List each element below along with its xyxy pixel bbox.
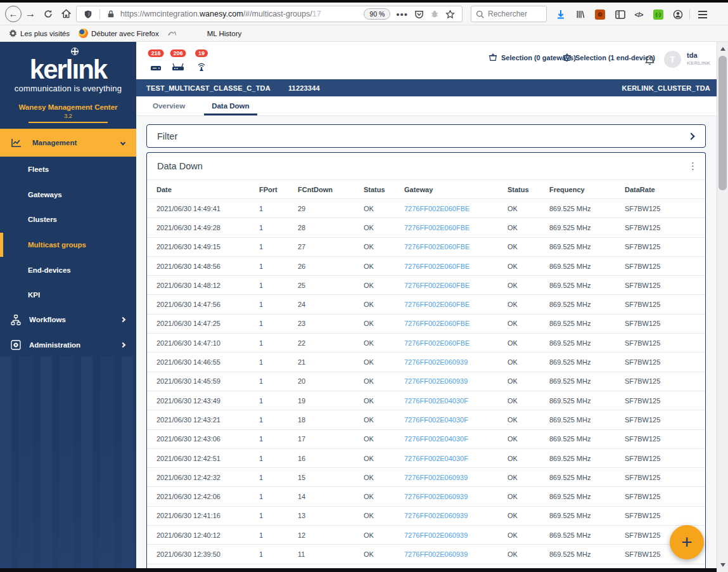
table-row[interactable]: 2021/06/30 14:48:12125OK7276FF002E060FBE… [147, 275, 705, 294]
bookmark-doodle[interactable] [168, 30, 177, 37]
sidebar-item-multicast-groups[interactable]: Multicast groups [0, 232, 136, 257]
orange-extension-icon[interactable]: ⚙ [593, 8, 607, 20]
filter-panel[interactable]: Filter [146, 124, 706, 148]
bookmark-most-visited[interactable]: Les plus visités [9, 29, 70, 37]
table-row[interactable]: 2021/06/30 12:42:32115OK7276FF002E060939… [147, 467, 705, 486]
gateway-link[interactable]: 7276FF002E04030F [404, 435, 508, 443]
downloads-icon[interactable] [554, 8, 568, 20]
page-actions-icon[interactable]: ••• [396, 9, 408, 20]
gateway-link[interactable]: 7276FF002E060FBE [404, 224, 508, 231]
gateway-link[interactable]: 7276FF002E04030F [404, 416, 508, 424]
developer-tools-icon[interactable]: </> [632, 8, 646, 20]
sidebar-item-gateways[interactable]: Gateways [0, 182, 136, 207]
user-info[interactable]: tda KERLINK [687, 51, 711, 66]
library-icon[interactable] [573, 8, 587, 20]
table-row[interactable]: 2021/06/30 12:39:50111OK7276FF002E060939… [147, 544, 705, 563]
bookmark-ml-history[interactable]: ML History [207, 30, 242, 37]
disabled-extension-icon[interactable] [430, 10, 439, 18]
gateway-link[interactable]: 7276FF002E060939 [404, 358, 508, 366]
table-row[interactable]: 2021/06/30 12:40:12112OK7276FF002E060939… [147, 525, 705, 544]
pocket-icon[interactable] [414, 10, 424, 19]
table-cell: 869.525 MHz [549, 339, 625, 347]
table-row[interactable]: 2021/06/30 14:45:59120OK7276FF002E060939… [147, 372, 705, 391]
gateway-link[interactable]: 7276FF002E060FBE [404, 243, 508, 250]
table-row[interactable]: 2021/06/30 12:39:28110OK7276FF002E060939… [147, 564, 705, 568]
table-cell: 22 [298, 339, 364, 347]
table-row[interactable]: 2021/06/30 14:48:56126OK7276FF002E060FBE… [147, 256, 705, 275]
count-badge: 216 [148, 49, 163, 57]
tab-data-down[interactable]: Data Down [204, 96, 257, 115]
sidebar-item-fleets[interactable]: Fleets [0, 157, 136, 182]
table-row[interactable]: 2021/06/30 14:47:10122OK7276FF002E060FBE… [147, 333, 705, 352]
gateway-link[interactable]: 7276FF002E060939 [404, 474, 508, 481]
page-scrollbar[interactable] [717, 42, 728, 572]
tab-overview[interactable]: Overview [145, 96, 193, 115]
user-avatar[interactable]: T [664, 51, 681, 68]
sidebar-item-management[interactable]: Management [0, 129, 136, 157]
table-row[interactable]: 2021/06/30 12:42:51116OK7276FF002E04030F… [147, 448, 705, 467]
bookmark-getting-started[interactable]: Débuter avec Firefox [79, 29, 159, 38]
table-row[interactable]: 2021/06/30 14:49:28128OK7276FF002E060FBE… [147, 218, 705, 237]
gateway-link[interactable]: 7276FF002E060939 [404, 531, 508, 539]
gateway-link[interactable]: 7276FF002E060FBE [404, 339, 508, 347]
sidebar-item-administration[interactable]: Administration [0, 332, 136, 358]
back-button[interactable]: ← [5, 6, 22, 22]
forward-button[interactable]: → [22, 5, 39, 23]
counter-gateways[interactable]: 206 [169, 49, 188, 72]
table-row[interactable]: 2021/06/30 12:41:16113OK7276FF002E060939… [147, 506, 705, 525]
sidebar-item-end-devices[interactable]: End-devices [0, 257, 136, 283]
sidebar-item-kpi[interactable]: KPI [0, 282, 136, 308]
notifications-bell-icon[interactable] [645, 55, 655, 65]
gateway-link[interactable]: 7276FF002E060FBE [404, 320, 508, 327]
green-extension-icon[interactable]: {-} [651, 8, 665, 20]
counter-antennas[interactable]: 19 [192, 49, 211, 72]
search-input[interactable]: Rechercher [471, 6, 547, 22]
scroll-up-arrow-icon[interactable] [720, 47, 725, 51]
add-fab-button[interactable]: + [670, 525, 704, 559]
expand-chevron-icon[interactable] [687, 133, 694, 140]
table-row[interactable]: 2021/06/30 14:47:56124OK7276FF002E060FBE… [147, 294, 705, 313]
scroll-down-arrow-icon[interactable] [720, 563, 725, 567]
account-icon[interactable] [671, 8, 685, 20]
bookmark-star-icon[interactable] [445, 10, 455, 19]
gateway-link[interactable]: 7276FF002E060939 [404, 377, 508, 385]
table-cell: 1 [259, 282, 298, 289]
gateway-link[interactable]: 7276FF002E060939 [404, 512, 508, 519]
gateway-link[interactable]: 7276FF002E060939 [404, 550, 508, 558]
gateway-link[interactable]: 7276FF002E060FBE [404, 205, 508, 212]
table-row[interactable]: 2021/06/30 14:49:41129OK7276FF002E060FBE… [147, 198, 705, 218]
table-row[interactable]: 2021/06/30 12:43:49119OK7276FF002E04030F… [147, 391, 705, 410]
sidebar-item-clusters[interactable]: Clusters [0, 207, 136, 232]
url-text[interactable]: https://wmcintegration.wanesy.com/#/mult… [120, 10, 361, 18]
gateway-link[interactable]: 7276FF002E04030F [404, 455, 508, 462]
sidebar-toggle-icon[interactable] [613, 8, 627, 20]
counter-end-devices[interactable]: 216 [146, 49, 165, 72]
lock-icon[interactable] [107, 10, 115, 18]
table-row[interactable]: 2021/06/30 12:43:06117OK7276FF002E04030F… [147, 429, 705, 448]
tracking-shield-icon[interactable] [84, 10, 93, 19]
table-row[interactable]: 2021/06/30 12:42:06114OK7276FF002E060939… [147, 486, 705, 505]
gateway-link[interactable]: 7276FF002E060FBE [404, 282, 508, 289]
table-row[interactable]: 2021/06/30 14:47:25123OK7276FF002E060FBE… [147, 314, 705, 333]
reload-button[interactable] [39, 5, 57, 23]
url-bar[interactable]: https://wmcintegration.wanesy.com/#/mult… [76, 6, 463, 22]
gateway-link[interactable]: 7276FF002E060FBE [404, 301, 508, 308]
home-button[interactable] [57, 5, 75, 23]
gateway-link[interactable]: 7276FF002E04030F [404, 397, 508, 405]
table-row[interactable]: 2021/06/30 14:46:55121OK7276FF002E060939… [147, 352, 705, 371]
table-cell: SF7BW125 [625, 205, 705, 212]
sidebar-item-workflows[interactable]: Workflows [0, 307, 136, 332]
table-row[interactable]: 2021/06/30 12:43:21118OK7276FF002E04030F… [147, 410, 705, 429]
table-cell: 21 [298, 358, 364, 366]
gateway-link[interactable]: 7276FF002E060FBE [404, 263, 508, 270]
table-row[interactable]: 2021/06/30 14:49:15127OK7276FF002E060FBE… [147, 237, 705, 256]
table-cell: OK [508, 243, 549, 250]
table-cell: 27 [298, 243, 364, 250]
scrollbar-thumb[interactable] [718, 56, 727, 190]
selection-end-device[interactable]: Selection (1 end-device) [563, 53, 655, 62]
menu-hamburger-icon[interactable] [696, 8, 710, 20]
zoom-level-badge[interactable]: 90 % [364, 8, 390, 20]
kebab-menu-icon[interactable]: ⋮ [688, 160, 698, 172]
gateway-link[interactable]: 7276FF002E060939 [404, 493, 508, 500]
browser-navbar: ← → https://wmcintegration.wanesy.com/#/… [0, 3, 728, 25]
